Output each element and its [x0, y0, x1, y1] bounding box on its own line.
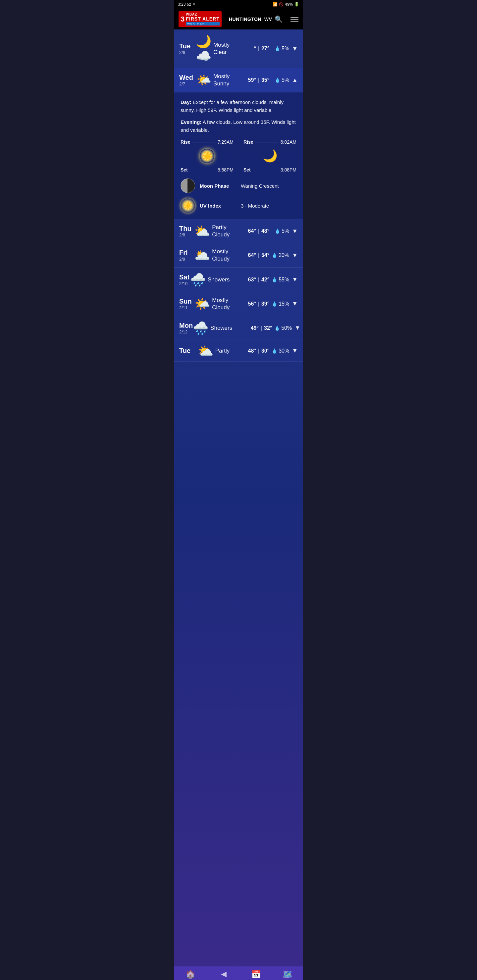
rise-sun-label: Rise [180, 139, 193, 145]
forecast-row-4[interactable]: Sat 2/10 🌧️ Showers 63° | 42° 💧 55% ▼ [174, 268, 303, 292]
day-name-4: Sat [179, 274, 190, 281]
nav-hourly[interactable]: ◀ Hourly [211, 970, 236, 980]
chevron-7: ▼ [292, 347, 298, 354]
forecast-row-1[interactable]: Wed 2/7 🌤️ MostlySunny 59° | 35° 💧 5% ▲ [174, 68, 303, 92]
temp-low-6: 32° [264, 325, 272, 331]
nav-home[interactable]: 🏠 Home [178, 970, 203, 980]
day-date-0: 2/6 [179, 50, 196, 55]
sun-column: Rise 7:29AM ☀️ Set 5:58PM [180, 139, 233, 172]
rise-moon-label: Rise [244, 139, 255, 145]
bottom-nav: 🏠 Home ◀ Hourly 📅 Daily 🗺️ Map [174, 966, 303, 980]
nav-daily[interactable]: 📅 Daily [244, 970, 268, 980]
day-name-3: Fri [179, 249, 195, 256]
weather-icon-1: 🌤️ [196, 73, 211, 87]
status-bar: 3:23 52 ✕ 📶 🚫 49% 🔋 [174, 0, 303, 9]
precip-value-6: 50% [281, 325, 292, 331]
weather-desc-0: MostlyClear [211, 41, 230, 56]
location-text: HUNTINGTON, WV [229, 17, 272, 22]
app-logo: 3 WBAZ FIRST ALERT WEATHER [179, 11, 222, 27]
day-name-5: Sun [179, 298, 195, 305]
day-name-2: Thu [179, 225, 195, 232]
day-info-1: Wed 2/7 [179, 74, 196, 86]
forecast-row-7[interactable]: Tue ⛅ Partly 48° | 30° 💧 30% ▼ [174, 340, 303, 362]
temp-high-4: 63° [248, 277, 256, 283]
precip-7: 💧 30% [269, 348, 289, 354]
precip-value-4: 55% [279, 277, 289, 283]
weather-temps-1: 59° | 35° [230, 77, 269, 83]
weather-desc-2: PartlyCloudy [210, 224, 230, 239]
day-date-2: 2/8 [179, 232, 195, 237]
hamburger-line-2 [290, 19, 298, 19]
location-display: HUNTINGTON, WV 🔍 [229, 15, 283, 23]
home-icon: 🏠 [185, 970, 195, 979]
weather-desc-5: MostlyCloudy [210, 297, 230, 311]
weather-icon-5: 🌤️ [195, 297, 210, 311]
app-header: 3 WBAZ FIRST ALERT WEATHER HUNTINGTON, W… [174, 9, 303, 29]
search-icon[interactable]: 🔍 [274, 15, 283, 23]
forecast-row-3[interactable]: Fri 2/9 🌥️ MostlyCloudy 64° | 54° 💧 20% … [174, 243, 303, 267]
precip-3: 💧 20% [269, 252, 289, 258]
logo-text-block: WBAZ FIRST ALERT WEATHER [186, 13, 219, 25]
weather-desc-3: MostlyCloudy [210, 248, 230, 262]
precip-6: 💧 50% [272, 325, 292, 331]
precip-2: 💧 5% [269, 228, 289, 234]
moon-set-row: Set 3:08PM [244, 167, 297, 172]
weather-icon-0: 🌙☁️ [196, 34, 211, 63]
nav-map[interactable]: 🗺️ Map [276, 970, 299, 980]
weather-icon-6: 🌧️ [193, 321, 208, 336]
moon-set-line [255, 170, 278, 170]
status-right: 📶 🚫 49% 🔋 [273, 2, 299, 6]
status-x: ✕ [193, 2, 195, 6]
temp-low-0: 27° [262, 46, 269, 52]
precip-value-2: 5% [282, 228, 289, 234]
daily-icon: 📅 [251, 970, 261, 979]
weather-temps-7: 48° | 30° [230, 348, 269, 354]
precip-1: 💧 5% [269, 77, 289, 83]
forecast-row-0[interactable]: Tue 2/6 🌙☁️ MostlyClear --° | 27° 💧 5% ▼ [174, 29, 303, 68]
sun-set-time: 5:58PM [218, 167, 233, 172]
day-date-3: 2/9 [179, 256, 195, 262]
set-sun-label: Set [180, 167, 193, 172]
status-signal: 52 [187, 2, 191, 6]
sun-rise-time: 7:29AM [218, 139, 233, 145]
temp-high-1: 59° [248, 77, 256, 83]
drop-icon-0: 💧 [274, 46, 280, 51]
day-info-7: Tue [179, 347, 198, 355]
moon-column: Rise 6:02AM 🌙 Set 3:08PM [244, 139, 297, 172]
status-left: 3:23 52 ✕ [178, 2, 195, 6]
day-date-4: 2/10 [179, 281, 190, 286]
forecast-row-5[interactable]: Sun 2/11 🌤️ MostlyCloudy 56° | 39° 💧 15%… [174, 292, 303, 316]
status-time: 3:23 [178, 2, 185, 6]
weather-icon-7: ⛅ [198, 344, 213, 358]
day-name-7: Tue [179, 347, 198, 355]
temp-sep-0: | [258, 46, 259, 52]
hourly-icon: ◀ [221, 970, 227, 978]
day-info-4: Sat 2/10 [179, 274, 190, 286]
temp-low-1: 35° [262, 77, 269, 83]
menu-button[interactable] [290, 17, 298, 22]
chevron-1: ▲ [292, 77, 298, 84]
forecast-row-2[interactable]: Thu 2/8 ⛅ PartlyCloudy 64° | 48° 💧 5% ▼ [174, 219, 303, 243]
chevron-3: ▼ [292, 252, 298, 259]
hamburger-line-3 [290, 21, 298, 22]
chevron-0: ▼ [292, 45, 298, 52]
precip-value-3: 20% [279, 252, 289, 258]
sun-rise-line [193, 142, 215, 142]
temp-low-5: 39° [262, 301, 269, 307]
chevron-5: ▼ [292, 300, 298, 307]
sun-rise-row: Rise 7:29AM [180, 139, 233, 145]
moon-icon-row: 🌙 [244, 146, 297, 166]
weather-icon-2: ⛅ [195, 224, 210, 239]
map-icon: 🗺️ [282, 970, 292, 979]
sun-large-icon: ☀️ [200, 149, 214, 163]
day-info-6: Mon 2/12 [179, 322, 193, 334]
day-name-1: Wed [179, 74, 196, 81]
evening-label: Evening: [180, 119, 201, 125]
forecast-row-6[interactable]: Mon 2/12 🌧️ Showers 49° | 32° 💧 50% ▼ [174, 316, 303, 340]
precip-4: 💧 55% [269, 277, 289, 283]
temp-high-7: 48° [248, 348, 256, 354]
uv-sun-icon: ☀️ [180, 198, 195, 213]
battery-icon: 🔋 [294, 2, 299, 6]
uv-label: UV Index [200, 203, 236, 208]
uv-value: 3 - Moderate [241, 203, 269, 208]
